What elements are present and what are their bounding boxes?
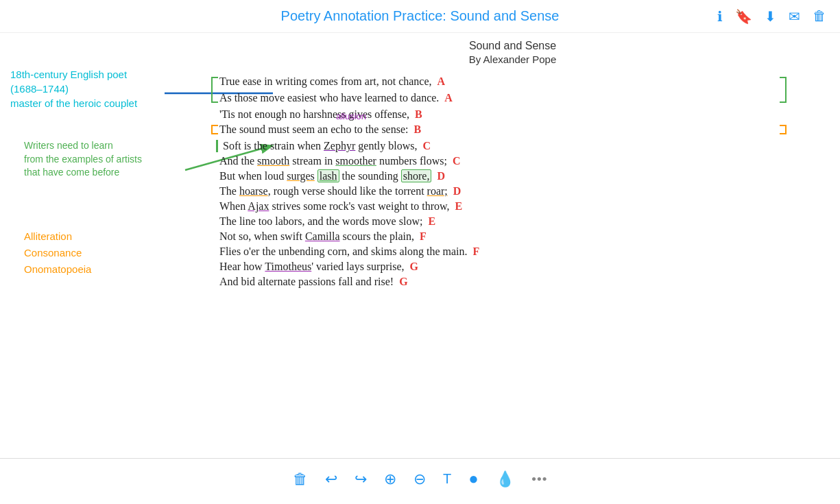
poem-line-5: Soft is the strain when Zephyr gently bl… [219,140,819,152]
poem-line-10: The line too labors, and the words move … [219,215,819,228]
roar-word: roar; [427,185,448,197]
undo-icon[interactable]: ↩ [325,470,337,488]
redo-icon[interactable]: ↪ [355,470,367,488]
green-annotation: Writers need to learn from the examples … [24,139,142,180]
rhyme-label-5: C [423,140,431,152]
circle-tool-icon[interactable]: ● [468,470,479,488]
more-tool-icon[interactable]: ••• [531,470,547,488]
bracket-group-yellow: allusion The sound must seem an echo to … [219,123,819,136]
poem-line-13: Hear how Timotheus' varied lays surprise… [219,261,819,273]
trash-tool-icon[interactable]: 🗑 [293,470,308,488]
shore-word: shore, [401,169,432,182]
hoarse-word: hoarse [239,185,268,197]
poem-area: Sound and Sense By Alexander Pope True e… [206,33,840,458]
camilla-word: Camilla [305,230,340,242]
poem-line-6: And the smooth stream in smoother number… [219,155,819,167]
rhyme-label-7: D [437,170,445,182]
rhyme-label-8: D [453,185,461,197]
poem-line-3: 'Tis not enough no harshness gives offen… [219,108,819,121]
trash-header-icon[interactable]: 🗑 [813,8,826,24]
bookmark-add-icon[interactable]: 🔖 [735,8,752,25]
rhyme-label-10: E [428,215,435,228]
header-icons: ℹ 🔖 ⬇ ✉ 🗑 [717,8,826,25]
rhyme-label-2: A [444,92,453,104]
poem-line-9: When Ajax strives some rock's vast weigh… [219,200,819,213]
smooth-word-1: smooth [257,155,289,167]
info-icon[interactable]: ℹ [717,8,723,25]
rhyme-label-9: E [455,200,463,213]
poem-line-7: But when loud surges lash the sounding s… [219,170,819,182]
rhyme-label-14: G [399,276,407,288]
main-content: 18th-century English poet (1688–1744) ma… [0,33,840,458]
rhyme-label-6: C [453,155,461,167]
rhyme-label-13: G [410,261,418,273]
rhyme-label-11: F [420,230,427,243]
page-title: Poetry Annotation Practice: Sound and Se… [281,8,560,24]
zephyr-word: Zephyr [324,140,355,152]
poem-line-2: As those move easiest who have learned t… [219,92,819,104]
poem-author: By Alexander Pope [206,53,819,65]
smoother-word: smoother [335,155,376,167]
surges-word: surges [287,170,315,182]
toolbar: 🗑 ↩ ↪ ⊕ ⊖ T ● 💧 ••• [0,458,840,499]
bookmark-icon[interactable]: ⬇ [765,8,776,25]
lash-word: lash [317,169,339,182]
zoom-in-icon[interactable]: ⊕ [384,470,396,488]
poem-line-1: True ease in writing comes from art, not… [219,75,819,88]
rhyme-label-1: A [437,75,446,88]
poem-line-8: The hoarse, rough verse should like the … [219,185,819,197]
timotheus-word: Timotheus [265,261,311,272]
blue-annotation: 18th-century English poet (1688–1744) ma… [10,67,137,110]
text-tool-icon[interactable]: T [443,471,451,487]
drop-tool-icon[interactable]: 💧 [496,470,514,488]
rhyme-label-4: B [414,123,422,136]
poem-title: Sound and Sense [206,40,819,52]
mail-icon[interactable]: ✉ [789,8,800,25]
rhyme-label-3: B [415,108,422,121]
yellow-annotation: Alliteration Consonance Onomatopoeia [24,228,91,278]
zoom-out-icon[interactable]: ⊖ [413,470,426,488]
ajax-word: Ajax [248,200,269,212]
bracket-group-green: True ease in writing comes from art, not… [219,75,819,104]
poem-line-4: allusion The sound must seem an echo to … [219,123,819,136]
poem-line-12: Flies o'er the unbending corn, and skims… [219,245,819,258]
left-panel: 18th-century English poet (1688–1744) ma… [0,33,206,458]
poem-lines: True ease in writing comes from art, not… [206,75,819,288]
allusion-label: allusion [336,111,366,121]
poem-line-11: Not so, when swift Camilla scours the pl… [219,230,819,243]
poem-line-14: And bid alternate passions fall and rise… [219,276,819,288]
rhyme-label-12: F [472,245,479,258]
header: Poetry Annotation Practice: Sound and Se… [0,0,840,33]
